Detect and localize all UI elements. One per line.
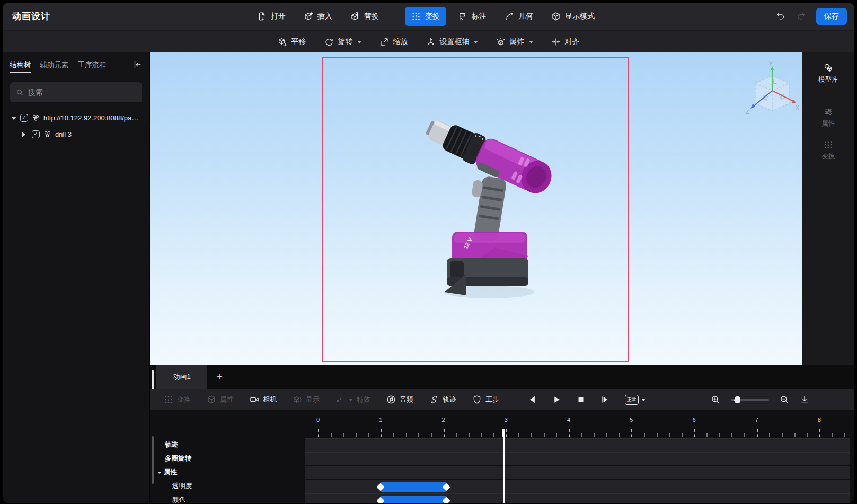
caret-down-icon[interactable] <box>11 117 16 122</box>
tl-effects-button[interactable]: 特效 <box>335 395 370 404</box>
insert-button[interactable]: 插入 <box>297 7 339 26</box>
zoom-in-button[interactable] <box>711 395 720 404</box>
navigation-cube[interactable]: 上 前 右 Y Z X <box>745 61 800 123</box>
tl-property-button[interactable]: 属性 <box>207 395 234 404</box>
tl-camera-button[interactable]: 相机 <box>250 395 277 404</box>
timeline-toolbar: 变换 属性 相机 显示 特效 <box>150 389 854 410</box>
skip-back-button[interactable] <box>527 395 537 404</box>
keyframe-diamond[interactable] <box>443 483 451 491</box>
track-row-multiturn[interactable]: 多圈旋转 <box>150 452 854 465</box>
sidebar-item-properties[interactable]: 属性 <box>822 107 835 128</box>
keyframe-diamond[interactable] <box>376 497 385 503</box>
redo-button[interactable] <box>796 12 806 21</box>
tab-aux-elements[interactable]: 辅助元素 <box>40 53 69 77</box>
save-button[interactable]: 保存 <box>816 8 847 25</box>
structure-panel: 结构树 辅助元素 工序流程 ✓ http://10.122.92.200:808… <box>3 52 150 503</box>
tl-transform-button[interactable]: 变换 <box>164 395 191 404</box>
export-button[interactable] <box>800 395 809 404</box>
checkbox-checked[interactable]: ✓ <box>32 130 40 138</box>
tab-animation-1[interactable]: 动画1 <box>156 365 207 389</box>
track-row-trajectory[interactable]: 轨迹 <box>150 438 854 452</box>
caret-down-icon[interactable] <box>157 472 162 476</box>
ruler-tick-minor <box>456 433 457 437</box>
track-lane[interactable] <box>305 480 850 493</box>
search-box[interactable] <box>10 82 142 102</box>
sidebar-item-model-library[interactable]: 模型库 <box>818 63 838 84</box>
undo-button[interactable] <box>776 12 785 21</box>
ruler-tick-minor <box>606 433 607 437</box>
ruler-tick-minor <box>594 433 595 437</box>
playhead-handle[interactable] <box>502 429 505 437</box>
stop-button[interactable] <box>576 395 586 404</box>
timeline-panel: 动画1 + 变换 属性 相机 显示 <box>150 365 854 503</box>
align-icon <box>551 37 561 47</box>
tl-audio-button[interactable]: 音频 <box>386 395 413 404</box>
ruler-tick-minor <box>669 433 670 437</box>
caret-right-icon[interactable] <box>22 132 28 137</box>
tree-item-label[interactable]: drill 3 <box>55 130 72 138</box>
set-pivot-button[interactable]: 设置枢轴 <box>426 37 478 47</box>
tab-structure-tree[interactable]: 结构树 <box>10 53 31 77</box>
scale-button[interactable]: 缩放 <box>379 37 408 47</box>
replace-button[interactable]: 替换 <box>344 7 385 26</box>
skip-forward-icon <box>600 395 610 404</box>
display-mode-button[interactable]: 显示模式 <box>545 7 601 26</box>
tl-trajectory-button[interactable]: 轨迹 <box>429 395 456 404</box>
track-row-opacity[interactable]: 透明度 <box>150 480 854 493</box>
skip-back-icon <box>527 395 537 404</box>
rotate-button[interactable]: 旋转 <box>324 37 361 47</box>
ruler-tick-major <box>819 429 820 437</box>
ruler-tick-major <box>381 429 382 437</box>
transform-dots-icon <box>411 12 421 21</box>
ruler-label: 2 <box>441 417 445 423</box>
ruler-tick-minor <box>744 433 745 437</box>
viewport-3d[interactable]: 12 V 上 前 右 Y Z X <box>150 52 802 365</box>
sidebar-divider <box>814 96 843 96</box>
tab-process-flow[interactable]: 工序流程 <box>78 53 107 77</box>
keyframe-bar[interactable] <box>381 482 446 492</box>
ruler-tick-minor <box>556 433 557 437</box>
zoom-out-button[interactable] <box>780 395 789 404</box>
keyframe-diamond[interactable] <box>443 497 451 503</box>
chevron-down-icon <box>474 41 478 46</box>
tree-row[interactable]: ✓ http://10.122.92.200:8088/pack... <box>3 110 149 126</box>
tree-item-label[interactable]: http://10.122.92.200:8088/pack... <box>43 114 139 122</box>
track-lane[interactable] <box>305 493 850 503</box>
transform-button[interactable]: 变换 <box>405 7 446 26</box>
toolbar-divider <box>395 11 395 22</box>
collapse-panel-button[interactable] <box>132 60 142 72</box>
track-lane[interactable] <box>305 466 850 479</box>
tl-display-button[interactable]: 显示 <box>293 395 320 404</box>
track-lane[interactable] <box>305 452 850 465</box>
track-row-properties[interactable]: 属性 <box>150 466 854 479</box>
explode-button[interactable]: 爆炸 <box>496 37 533 47</box>
open-button[interactable]: 打开 <box>251 7 292 26</box>
checkbox-checked[interactable]: ✓ <box>20 114 28 122</box>
ruler-label: 1 <box>379 417 382 423</box>
ruler-label: 5 <box>630 417 633 423</box>
geometry-button[interactable]: 几何 <box>498 7 540 26</box>
sidebar-item-transform[interactable]: 变换 <box>822 140 835 161</box>
add-animation-tab-button[interactable]: + <box>207 365 232 389</box>
pan-button[interactable]: 平移 <box>278 37 306 47</box>
annotate-button[interactable]: 标注 <box>452 7 493 26</box>
play-button[interactable] <box>552 395 561 404</box>
timeline-zoom-slider[interactable] <box>731 399 769 401</box>
slider-handle[interactable] <box>735 396 740 403</box>
search-input[interactable] <box>28 88 123 96</box>
ruler-tick-minor <box>706 433 708 437</box>
track-row-color[interactable]: 颜色 <box>150 493 854 503</box>
skip-forward-button[interactable] <box>600 395 610 404</box>
ruler-label: 6 <box>692 417 695 423</box>
drill-model[interactable]: 12 V <box>415 105 563 307</box>
keyframe-bar[interactable] <box>381 496 446 503</box>
align-button[interactable]: 对齐 <box>551 37 580 47</box>
playback-mode-button[interactable]: 正常 <box>625 395 646 405</box>
keyframe-diamond[interactable] <box>376 483 385 491</box>
tl-workstep-button[interactable]: 工步 <box>472 395 499 404</box>
playhead[interactable] <box>503 429 505 503</box>
track-lane[interactable] <box>305 438 850 452</box>
shield-icon <box>472 395 482 404</box>
ruler-tick-minor <box>731 433 732 437</box>
tree-row[interactable]: ✓ drill 3 <box>3 126 149 143</box>
